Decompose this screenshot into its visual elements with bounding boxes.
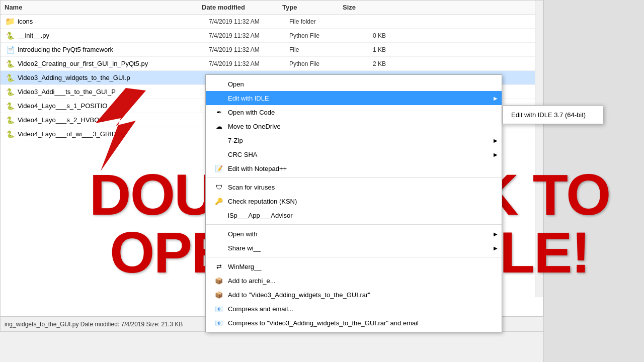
submenu-idle: Edit with IDLE 3.7 (64-bit) xyxy=(503,105,603,124)
menu-separator xyxy=(206,257,502,257)
menu-item-label: Edit with IDLE xyxy=(228,95,269,102)
python-file-icon: 🐍 xyxy=(6,32,15,40)
file-icon-cell: 🐍 xyxy=(6,31,15,40)
cell-date: 7/4/2019 11:32 AM xyxy=(209,46,289,53)
python-file-icon: 🐍 xyxy=(6,130,15,138)
menu-separator xyxy=(206,177,502,178)
menu-item-label: CRC SHA xyxy=(228,151,258,158)
file-icon-cell: 🐍 xyxy=(6,102,15,111)
col-size-header[interactable]: Size xyxy=(343,4,383,11)
menu-item-icon: 📦 xyxy=(214,290,224,300)
cell-name: Video4_Layo___s_1_POSITIO xyxy=(18,102,209,110)
cell-name: Introducing the PyQt5 framework xyxy=(18,46,209,53)
cell-name: Video4_Layo___s_2_HVBOX xyxy=(18,116,209,124)
python-file-icon: 🐍 xyxy=(6,116,15,124)
menu-item-icon: 🔑 xyxy=(214,196,224,206)
menu-item-share[interactable]: Share wi__ ▶ xyxy=(206,241,502,255)
python-file-icon: 🐍 xyxy=(6,102,15,110)
menu-item-7zip[interactable]: 7-Zip ▶ xyxy=(206,133,502,147)
menu-item-icon: 📝 xyxy=(214,163,224,173)
file-list-header: Name Date modified Type Size xyxy=(1,1,543,15)
menu-item-compress-rar-email[interactable]: 📧 Compress to "Video3_Adding_widgets_to_… xyxy=(206,316,502,330)
scrollbar-vertical[interactable] xyxy=(535,1,543,297)
context-menu: Open Edit with IDLE ▶ Edit with IDLE 3.7… xyxy=(205,74,502,332)
table-row[interactable]: 📁 icons 7/4/2019 11:32 AM File folder xyxy=(1,15,543,29)
cell-type: Python File xyxy=(289,60,350,67)
menu-item-advisor[interactable]: iSp___App___Advisor xyxy=(206,208,502,222)
table-row[interactable]: 📄 Introducing the PyQt5 framework 7/4/20… xyxy=(1,43,543,57)
cell-size: 2 KB xyxy=(350,60,390,67)
menu-item-icon xyxy=(214,149,224,159)
cell-date: 7/4/2019 11:32 AM xyxy=(209,60,289,67)
menu-item-icon xyxy=(214,229,224,239)
menu-item-add-rar[interactable]: 📦 Add to "Video3_Adding_widgets_to_the_G… xyxy=(206,288,502,302)
menu-item-label: Scan for viruses xyxy=(228,184,275,191)
menu-item-icon xyxy=(214,79,224,89)
menu-item-label: Open with xyxy=(228,230,258,238)
menu-item-icon xyxy=(214,243,224,253)
menu-item-icon: 📧 xyxy=(214,304,224,314)
submenu-arrow-icon: ▶ xyxy=(494,231,498,237)
menu-item-label: Check reputation (KSN) xyxy=(228,198,297,205)
submenu-item-edit-idle[interactable]: Edit with IDLE 3.7 (64-bit) xyxy=(503,108,603,122)
status-filename: ing_widgets_to_the_GUI.py Date modified:… xyxy=(5,321,183,328)
table-row[interactable]: 🐍 Video2_Creating_our_first_GUI_in_PyQt5… xyxy=(1,57,543,71)
menu-item-icon xyxy=(214,135,224,145)
menu-item-icon: ⇄ xyxy=(214,261,224,272)
file-icon-cell: 🐍 xyxy=(6,116,15,125)
file-icon-cell: 🐍 xyxy=(6,87,15,97)
menu-item-label: Add to "Video3_Adding_widgets_to_the_GUI… xyxy=(228,291,370,299)
menu-item-icon: 🛡 xyxy=(214,182,224,192)
submenu-arrow-icon: ▶ xyxy=(494,245,498,251)
submenu-arrow-icon: ▶ xyxy=(494,138,498,143)
menu-item-crc-sha[interactable]: CRC SHA ▶ xyxy=(206,147,502,161)
cell-size: 1 KB xyxy=(350,46,390,53)
menu-item-icon: 📦 xyxy=(214,276,224,286)
cell-size: 0 KB xyxy=(350,32,390,39)
cell-date: 7/4/2019 11:32 AM xyxy=(209,18,289,25)
menu-item-open-code[interactable]: ✒ Open with Code xyxy=(206,105,502,119)
menu-item-open[interactable]: Open xyxy=(206,77,502,91)
menu-item-icon xyxy=(214,93,224,103)
file-icon-cell: 🐍 xyxy=(6,59,15,68)
table-row[interactable]: 🐍 __init__.py 7/4/2019 11:32 AM Python F… xyxy=(1,29,543,43)
cell-name: Video3_Adding_widgets_to_the_GUI.p xyxy=(18,74,209,81)
python-file-icon: 🐍 xyxy=(6,88,15,96)
menu-item-label: Edit with Notepad++ xyxy=(228,165,287,172)
menu-item-label: Move to OneDrive xyxy=(228,123,281,130)
menu-item-icon: ✒ xyxy=(214,107,224,117)
col-type-header[interactable]: Type xyxy=(282,4,343,11)
python-file-icon: 🐍 xyxy=(6,60,15,68)
cell-name: Video2_Creating_our_first_GUI_in_PyQt5.p… xyxy=(18,60,209,67)
menu-item-open-with[interactable]: Open with ▶ xyxy=(206,227,502,241)
menu-item-label: Add to archi_e... xyxy=(228,277,276,285)
menu-item-notepadpp[interactable]: 📝 Edit with Notepad++ xyxy=(206,161,502,175)
menu-item-icon: ☁ xyxy=(214,121,224,131)
menu-item-winmerge[interactable]: ⇄ WinMerg__ xyxy=(206,259,502,274)
menu-item-edit-idle[interactable]: Edit with IDLE ▶ Edit with IDLE 3.7 (64-… xyxy=(206,91,502,105)
file-icon-cell: 📁 xyxy=(6,17,15,26)
col-name-header[interactable]: Name xyxy=(1,4,202,11)
menu-item-reputation[interactable]: 🔑 Check reputation (KSN) xyxy=(206,194,502,208)
menu-item-scan[interactable]: 🛡 Scan for viruses xyxy=(206,180,502,194)
menu-item-icon: 📧 xyxy=(214,318,224,328)
file-icon: 📄 xyxy=(6,46,15,54)
cell-type: File folder xyxy=(289,18,350,25)
file-icon-cell: 📄 xyxy=(6,45,15,54)
menu-item-add-archive[interactable]: 📦 Add to archi_e... xyxy=(206,274,502,288)
menu-item-compress-email[interactable]: 📧 Compress and email... xyxy=(206,302,502,316)
file-icon-cell: 🐍 xyxy=(6,73,15,82)
col-date-header[interactable]: Date modified xyxy=(202,4,282,11)
menu-item-label: Share wi__ xyxy=(228,244,261,252)
folder-icon: 📁 xyxy=(5,17,15,26)
menu-item-label: WinMerg__ xyxy=(228,263,261,270)
cell-date: 7/4/2019 11:32 AM xyxy=(209,32,289,39)
menu-item-move-onedrive[interactable]: ☁ Move to OneDrive xyxy=(206,119,502,133)
submenu-arrow-icon: ▶ xyxy=(494,152,498,157)
cell-name: icons xyxy=(18,18,209,25)
menu-item-label: Compress to "Video3_Adding_widgets_to_th… xyxy=(228,319,419,327)
menu-item-label: Open with Code xyxy=(228,109,275,116)
submenu-arrow-icon: ▶ xyxy=(494,96,498,101)
file-icon-cell: 🐍 xyxy=(6,130,15,139)
menu-item-label: Compress and email... xyxy=(228,305,293,313)
